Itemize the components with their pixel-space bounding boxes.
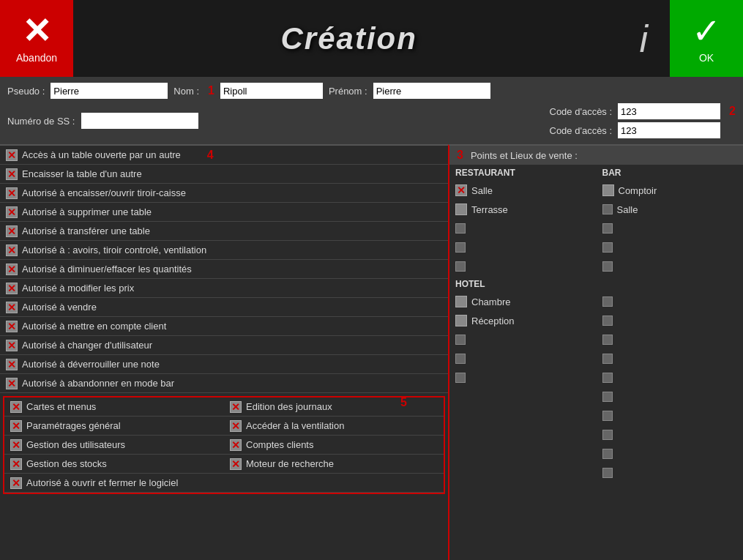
hotel-checkbox-e3[interactable] [455, 373, 466, 383]
bottom-checkbox-right-2[interactable]: ✕ [230, 439, 242, 451]
perm-checkbox-7[interactable]: ✕ [6, 283, 18, 294]
code-acces-section: Code d'accès : 2 Code d'accès : [550, 103, 736, 138]
perm-checkbox-1[interactable]: ✕ [6, 168, 18, 180]
abandon-button[interactable]: ✕ Abandon [0, 0, 73, 77]
perm-label-7: Autorisé à modifier les prix [22, 283, 134, 294]
perm-checkbox-4[interactable]: ✕ [6, 225, 18, 237]
form-row-2: Numéro de SS : Code d'accès : 2 Code d'a… [7, 103, 736, 138]
bottom-checkbox-left-2[interactable]: ✕ [10, 439, 22, 451]
restaurant-label-terrasse: Terrasse [471, 204, 508, 215]
hotel-right-item-2 [597, 311, 744, 330]
perm-checkbox-9[interactable]: ✕ [6, 321, 18, 332]
extra-checkbox-5[interactable] [602, 468, 613, 478]
bottom-perm-left-0: ✕ Cartes et menus [4, 397, 224, 417]
bottom-checkbox-right-0[interactable]: ✕ [230, 401, 242, 413]
bottom-checkbox-left-0[interactable]: ✕ [10, 401, 22, 413]
bottom-perm-left-2: ✕ Gestion des utilisateurs [4, 436, 224, 455]
bar-checkbox-e3[interactable] [602, 261, 613, 272]
bottom-checkbox-right-1[interactable]: ✕ [230, 420, 242, 432]
bottom-perm-left-1: ✕ Paramétrages général [4, 417, 224, 436]
bottom-label-right-1: Accéder à la ventilation [246, 420, 344, 431]
restaurant-item-empty-1 [449, 219, 597, 238]
perm-checkbox-8[interactable]: ✕ [6, 302, 18, 313]
restaurant-checkbox-e3[interactable] [455, 261, 466, 272]
hotel-right-checkbox-5[interactable] [602, 373, 613, 383]
ok-button[interactable]: ✓ OK [670, 0, 743, 77]
bottom-perm-left-3: ✕ Gestion des stocks [4, 455, 224, 474]
hotel-checkbox-e1[interactable] [455, 335, 466, 345]
section-2-number: 2 [729, 105, 736, 118]
extra-checkbox-3[interactable] [602, 430, 613, 440]
perm-checkbox-12[interactable]: ✕ [6, 378, 18, 389]
numero-ss-input[interactable] [81, 113, 198, 129]
perm-label-1: Encaisser la table d'un autre [22, 168, 142, 179]
extra-right-4 [597, 444, 744, 463]
perm-item-2: ✕ Autorisé à encaisser/ouvrir tiroir-cai… [0, 184, 448, 203]
bar-checkbox-e1[interactable] [602, 223, 613, 234]
extra-section [449, 387, 743, 482]
bottom-checkbox-right-3[interactable]: ✕ [230, 458, 242, 470]
bar-item-empty-3 [597, 257, 744, 276]
hotel-right-checkbox-2[interactable] [602, 316, 613, 326]
restaurant-checkbox-e2[interactable] [455, 242, 466, 253]
hotel-checkbox-reception[interactable] [455, 315, 467, 326]
bar-checkbox-comptoir[interactable] [602, 184, 614, 196]
extra-right-5 [597, 463, 744, 482]
hotel-section: HOTEL Chambre Réception [449, 276, 743, 387]
points-header: 3 Points et Lieux de vente : [449, 146, 743, 165]
section-3-number: 3 [457, 149, 463, 162]
hotel-checkbox-e2[interactable] [455, 354, 466, 364]
section-1-number: 1 [208, 84, 214, 97]
code-acces-input-2[interactable] [618, 122, 720, 138]
hotel-right-header [597, 276, 744, 292]
bar-checkbox-salle[interactable] [602, 204, 613, 214]
form-row-1: Pseudo : Nom : 1 Prénom : [7, 83, 736, 99]
restaurant-checkbox-terrasse[interactable] [455, 204, 467, 215]
close-icon: ✕ [22, 14, 51, 49]
code-acces-input-1[interactable] [618, 103, 720, 119]
prenom-input[interactable] [373, 83, 490, 99]
hotel-right-checkbox-3[interactable] [602, 335, 613, 345]
header: ✕ Abandon Création i ✓ OK [0, 0, 743, 77]
restaurant-checkbox-e1[interactable] [455, 223, 466, 234]
extra-right-2 [597, 406, 744, 425]
restaurant-item-salle: ✕ Salle [449, 181, 597, 200]
hotel-checkbox-chambre[interactable] [455, 296, 467, 307]
bottom-checkbox-left-4[interactable]: ✕ [10, 477, 22, 489]
extra-left-empty [449, 387, 597, 406]
perm-item-3: ✕ Autorisé à supprimer une table [0, 203, 448, 222]
perm-checkbox-10[interactable]: ✕ [6, 340, 18, 351]
perm-label-6: Autorisé à diminuer/effacer les quantité… [22, 264, 192, 275]
extra-checkbox-1[interactable] [602, 392, 613, 402]
perm-checkbox-6[interactable]: ✕ [6, 264, 18, 275]
extra-checkbox-4[interactable] [602, 449, 613, 459]
perm-checkbox-0[interactable]: ✕ [6, 149, 18, 161]
perm-checkbox-2[interactable]: ✕ [6, 187, 18, 199]
hotel-right-checkbox-1[interactable] [602, 296, 613, 307]
bottom-checkbox-left-3[interactable]: ✕ [10, 458, 22, 470]
bar-item-empty-2 [597, 238, 744, 257]
hotel-right-item-4 [597, 349, 744, 368]
perm-checkbox-3[interactable]: ✕ [6, 206, 18, 218]
pseudo-input[interactable] [51, 83, 168, 99]
bottom-label-left-2: Gestion des utilisateurs [26, 439, 125, 450]
extra-checkbox-2[interactable] [602, 411, 613, 421]
perm-item-1: ✕ Encaisser la table d'un autre [0, 165, 448, 184]
nom-input[interactable] [220, 83, 323, 99]
restaurant-checkbox-salle[interactable]: ✕ [455, 184, 467, 196]
perm-checkbox-11[interactable]: ✕ [6, 359, 18, 370]
hotel-right-item-1 [597, 292, 744, 311]
hotel-label-reception: Réception [471, 316, 515, 326]
nom-label: Nom : [173, 86, 199, 97]
bar-checkbox-e2[interactable] [602, 242, 613, 253]
perm-checkbox-5[interactable]: ✕ [6, 244, 18, 256]
perm-item-0: ✕ Accès à un table ouverte par un autre … [0, 146, 448, 165]
hotel-right-checkbox-4[interactable] [602, 354, 613, 364]
pseudo-label: Pseudo : [7, 86, 45, 97]
perm-item-9: ✕ Autorisé à mettre en compte client [0, 317, 448, 336]
ok-label: OK [699, 52, 714, 64]
bottom-checkbox-left-1[interactable]: ✕ [10, 420, 22, 432]
code-acces-row-1: Code d'accès : 2 [550, 103, 736, 119]
extra-left-empty5 [449, 463, 597, 482]
code-acces-row-2: Code d'accès : [550, 122, 736, 138]
